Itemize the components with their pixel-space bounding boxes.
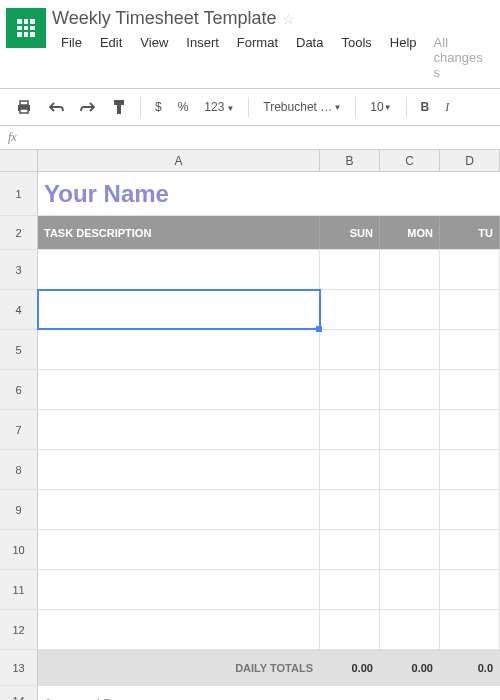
row-header[interactable]: 11	[0, 570, 38, 609]
cell-B2[interactable]: SUN	[320, 216, 380, 249]
row-header[interactable]: 1	[0, 172, 38, 215]
cell-D9[interactable]	[440, 490, 500, 529]
cell-A13[interactable]: DAILY TOTALS	[38, 650, 320, 685]
row-header[interactable]: 4	[0, 290, 38, 329]
cell-D10[interactable]	[440, 530, 500, 569]
cell-C1[interactable]	[380, 172, 440, 215]
font-size-select[interactable]: 10▼	[364, 98, 397, 116]
font-family-select[interactable]: Trebuchet …▼	[257, 98, 347, 116]
cell-B11[interactable]	[320, 570, 380, 609]
cell-C4[interactable]	[380, 290, 440, 329]
cell-D13[interactable]: 0.0	[440, 650, 500, 685]
cell-A9[interactable]	[38, 490, 320, 529]
chevron-down-icon: ▼	[333, 103, 341, 112]
cell-D1[interactable]	[440, 172, 500, 215]
row-header[interactable]: 7	[0, 410, 38, 449]
row-header[interactable]: 9	[0, 490, 38, 529]
cell-A1[interactable]: Your Name	[38, 172, 320, 215]
cell-B4[interactable]	[320, 290, 380, 329]
cell-A8[interactable]	[38, 450, 320, 489]
menu-edit[interactable]: Edit	[91, 33, 131, 82]
cell-C13[interactable]: 0.00	[380, 650, 440, 685]
cell-C11[interactable]	[380, 570, 440, 609]
number-format-button[interactable]: 123▼	[198, 96, 240, 118]
menu-help[interactable]: Help	[381, 33, 426, 82]
cell-A6[interactable]	[38, 370, 320, 409]
select-all-corner[interactable]	[0, 150, 38, 171]
cell-A14[interactable]: Approved By	[38, 686, 320, 700]
cell-B1[interactable]	[320, 172, 380, 215]
cell-D5[interactable]	[440, 330, 500, 369]
cell-D7[interactable]	[440, 410, 500, 449]
col-header-C[interactable]: C	[380, 150, 440, 171]
italic-button[interactable]: I	[439, 96, 455, 119]
cell-B13[interactable]: 0.00	[320, 650, 380, 685]
menu-tools[interactable]: Tools	[332, 33, 380, 82]
percent-button[interactable]: %	[172, 96, 195, 118]
row-header[interactable]: 14	[0, 686, 38, 700]
redo-icon[interactable]	[74, 97, 102, 117]
row-header[interactable]: 3	[0, 250, 38, 289]
cell-B12[interactable]	[320, 610, 380, 649]
cell-C8[interactable]	[380, 450, 440, 489]
row-header[interactable]: 13	[0, 650, 38, 685]
row-header[interactable]: 10	[0, 530, 38, 569]
cell-B7[interactable]	[320, 410, 380, 449]
col-header-B[interactable]: B	[320, 150, 380, 171]
cell-D3[interactable]	[440, 250, 500, 289]
star-icon[interactable]: ☆	[282, 11, 295, 27]
menu-data[interactable]: Data	[287, 33, 332, 82]
bold-button[interactable]: B	[415, 96, 436, 118]
cell-A2[interactable]: TASK DESCRIPTION	[38, 216, 320, 249]
menu-view[interactable]: View	[131, 33, 177, 82]
cell-D2[interactable]: TU	[440, 216, 500, 249]
row-header[interactable]: 8	[0, 450, 38, 489]
currency-button[interactable]: $	[149, 96, 168, 118]
formula-input[interactable]	[17, 131, 492, 145]
cell-C10[interactable]	[380, 530, 440, 569]
undo-icon[interactable]	[42, 97, 70, 117]
row-make-9: 9	[0, 490, 500, 530]
cell-A5[interactable]	[38, 330, 320, 369]
menu-file[interactable]: File	[52, 33, 91, 82]
col-header-A[interactable]: A	[38, 150, 320, 171]
cell-D12[interactable]	[440, 610, 500, 649]
cell-C12[interactable]	[380, 610, 440, 649]
cell-B10[interactable]	[320, 530, 380, 569]
menu-format[interactable]: Format	[228, 33, 287, 82]
cell-D14[interactable]	[440, 686, 500, 700]
cell-A11[interactable]	[38, 570, 320, 609]
paint-format-icon[interactable]	[106, 95, 132, 119]
cell-D4[interactable]	[440, 290, 500, 329]
cell-B3[interactable]	[320, 250, 380, 289]
cell-B6[interactable]	[320, 370, 380, 409]
cell-C3[interactable]	[380, 250, 440, 289]
row-header[interactable]: 5	[0, 330, 38, 369]
cell-A10[interactable]	[38, 530, 320, 569]
cell-D8[interactable]	[440, 450, 500, 489]
print-icon[interactable]	[10, 96, 38, 118]
cell-A7[interactable]	[38, 410, 320, 449]
row-header[interactable]: 2	[0, 216, 38, 249]
cell-B8[interactable]	[320, 450, 380, 489]
cell-C7[interactable]	[380, 410, 440, 449]
cell-C2[interactable]: MON	[380, 216, 440, 249]
cell-B5[interactable]	[320, 330, 380, 369]
cell-A4-selected[interactable]	[38, 290, 320, 329]
cell-B14[interactable]	[320, 686, 380, 700]
cell-A12[interactable]	[38, 610, 320, 649]
cell-C9[interactable]	[380, 490, 440, 529]
menu-insert[interactable]: Insert	[177, 33, 228, 82]
cell-D11[interactable]	[440, 570, 500, 609]
cell-C5[interactable]	[380, 330, 440, 369]
doc-title[interactable]: Weekly Timesheet Template	[52, 8, 276, 29]
cell-D6[interactable]	[440, 370, 500, 409]
cell-C6[interactable]	[380, 370, 440, 409]
cell-B9[interactable]	[320, 490, 380, 529]
col-header-D[interactable]: D	[440, 150, 500, 171]
cell-C14[interactable]	[380, 686, 440, 700]
sheets-logo[interactable]	[6, 8, 46, 48]
row-header[interactable]: 6	[0, 370, 38, 409]
cell-A3[interactable]	[38, 250, 320, 289]
row-header[interactable]: 12	[0, 610, 38, 649]
